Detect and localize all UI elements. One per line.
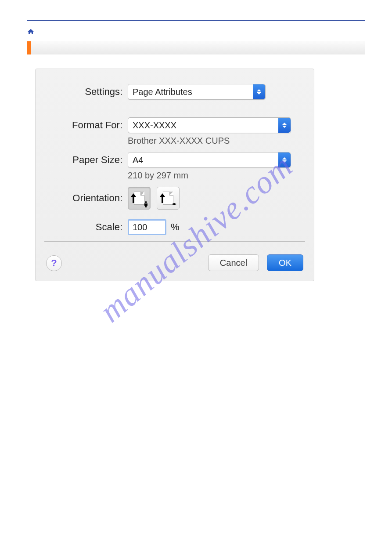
settings-value: Page Attributes xyxy=(133,87,192,97)
orientation-label: Orientation: xyxy=(36,192,128,204)
top-rule xyxy=(27,20,365,21)
scale-label: Scale: xyxy=(36,221,128,233)
divider xyxy=(44,241,305,242)
chevron-updown-icon xyxy=(278,152,291,167)
arrow-up-icon xyxy=(160,193,165,203)
cancel-button[interactable]: Cancel xyxy=(208,254,259,271)
page-setup-dialog: Settings: Page Attributes Format For: XX… xyxy=(35,69,314,281)
svg-point-0 xyxy=(145,201,147,203)
svg-point-1 xyxy=(175,203,176,205)
paper-dimensions: 210 by 297 mm xyxy=(128,170,314,181)
dialog-buttons: Cancel OK xyxy=(208,254,303,271)
arrow-up-icon xyxy=(131,193,136,203)
ok-button[interactable]: OK xyxy=(267,254,303,271)
format-for-label: Format For: xyxy=(36,120,128,131)
paper-size-label: Paper Size: xyxy=(36,154,128,166)
help-button[interactable]: ? xyxy=(46,255,62,271)
orientation-portrait-button[interactable] xyxy=(128,187,151,210)
orange-tab xyxy=(27,41,31,54)
format-for-value: XXX-XXXX xyxy=(133,120,176,131)
scale-unit: % xyxy=(171,221,180,233)
format-for-select[interactable]: XXX-XXXX xyxy=(128,117,291,133)
settings-label: Settings: xyxy=(36,86,128,98)
scale-input[interactable] xyxy=(128,219,166,235)
chevron-updown-icon xyxy=(253,84,265,99)
paper-size-value: A4 xyxy=(133,155,143,165)
paper-size-select[interactable]: A4 xyxy=(128,152,291,168)
format-for-sub: Brother XXX-XXXX CUPS xyxy=(128,136,314,146)
toolbar-strip xyxy=(31,41,365,54)
home-icon[interactable] xyxy=(27,29,34,35)
person-icon xyxy=(144,201,148,207)
settings-select[interactable]: Page Attributes xyxy=(128,84,266,100)
person-icon xyxy=(173,201,176,207)
orientation-landscape-button[interactable] xyxy=(157,187,180,210)
chevron-updown-icon xyxy=(278,118,291,133)
